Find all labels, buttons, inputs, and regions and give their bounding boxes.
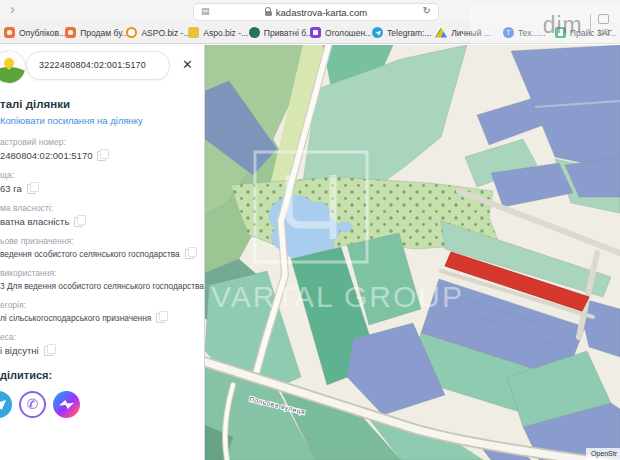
share-messenger-icon[interactable] [53, 391, 80, 418]
share-title: ділитися: [0, 369, 205, 381]
address-bar[interactable]: ▤ kadastrova-karta.com ↻ [193, 3, 439, 21]
close-icon[interactable]: ✕ [182, 57, 193, 72]
parcel-details-panel: 3222480804:02:001:5170 ✕ талі ділянки Ко… [0, 45, 205, 460]
copy-icon[interactable] [74, 217, 83, 227]
cadastral-map[interactable]: Польова вулиця VARTAL GROUP OpenStr [205, 45, 620, 460]
map-watermark-text: VARTAL GROUP [211, 280, 464, 313]
bookmark-favicon [249, 27, 260, 38]
bookmark-item[interactable]: Приватні б... [249, 22, 310, 43]
drive-icon [435, 28, 447, 38]
search-value: 3222480804:02:001:5170 [27, 52, 169, 79]
bookmark-item[interactable]: Telegram:... [371, 22, 432, 43]
bookmark-item[interactable]: Прайс ЗАГ... [555, 22, 616, 43]
browser-toolbar: › ▤ kadastrova-karta.com ↻ [0, 0, 620, 23]
bookmark-favicon [126, 27, 137, 38]
bookmark-item[interactable]: Опубліков... [4, 22, 65, 43]
bookmark-item[interactable]: Тех...... [494, 22, 555, 43]
telegram-icon [372, 27, 383, 38]
lock-icon [265, 11, 272, 16]
bookmark-favicon [310, 27, 321, 38]
bookmark-favicon [503, 27, 514, 38]
field-use-type: використання: 3 Для ведення особистого с… [0, 268, 205, 291]
copy-icon[interactable] [44, 346, 53, 356]
copy-icon[interactable] [185, 249, 194, 259]
bookmark-item[interactable]: Личный ... [432, 22, 493, 43]
bookmarks-bar: Опубліков... Продам бу... ASPO.biz -... … [0, 22, 620, 44]
field-area: ща: 63 га [0, 170, 205, 194]
bookmark-item[interactable]: Aspo.biz -... [188, 22, 249, 43]
browser-window: › ▤ kadastrova-karta.com ↻ Опубліков... … [0, 0, 620, 460]
share-viber-icon[interactable]: ✆ [19, 391, 46, 418]
url-text[interactable]: kadastrova-karta.com [276, 7, 367, 18]
cadastral-search-input[interactable]: 3222480804:02:001:5170 [26, 51, 170, 80]
share-telegram-icon[interactable] [0, 391, 12, 418]
sheets-icon [555, 27, 566, 38]
bookmark-favicon [188, 27, 199, 38]
reload-icon[interactable]: ↻ [423, 5, 431, 16]
panel-map-divider [204, 45, 205, 460]
copy-icon[interactable] [97, 151, 106, 161]
copy-icon[interactable] [156, 313, 165, 323]
bookmark-item[interactable]: Продам бу... [65, 22, 126, 43]
field-address: еса: і відсутні [0, 332, 205, 356]
copy-icon[interactable] [27, 184, 36, 194]
site-logo-icon [0, 51, 25, 83]
field-cadastral-number: астровий номер: 2480804:02:001:5170 [0, 137, 205, 161]
copy-link-button[interactable]: Копіювати посилання на ділянку [0, 115, 205, 126]
field-category: егорія: лі сільськогосподарського призна… [0, 300, 205, 323]
bookmark-favicon [4, 27, 15, 38]
bookmark-item[interactable]: Оголошен... [310, 22, 371, 43]
field-ownership: ма власності: ватна власність [0, 203, 205, 227]
forward-nav-icon[interactable]: › [10, 1, 15, 17]
field-purpose: ьове призначення: ведення особистого сел… [0, 236, 205, 259]
panel-title: талі ділянки [0, 98, 205, 110]
bookmark-favicon [65, 27, 76, 38]
reader-view-icon[interactable]: ▤ [201, 6, 210, 16]
map-attribution[interactable]: OpenStr [586, 448, 620, 460]
bookmark-item[interactable]: ASPO.biz -... [126, 22, 187, 43]
